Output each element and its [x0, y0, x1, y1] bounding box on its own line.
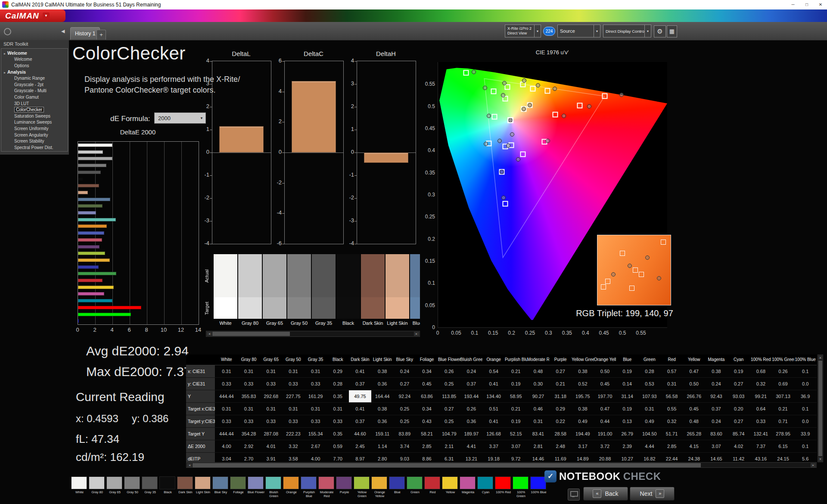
table-cell[interactable]: 3.74 — [394, 440, 416, 452]
table-cell[interactable]: 0.22 — [549, 415, 572, 427]
display-icon[interactable] — [568, 488, 580, 501]
table-cell[interactable]: 83.41 — [527, 428, 550, 440]
table-cell[interactable]: 193.44 — [460, 390, 483, 402]
table-cell[interactable]: 0.27 — [549, 365, 572, 377]
column-header-green[interactable]: Green — [638, 355, 661, 365]
table-cell[interactable]: 0.37 — [705, 403, 728, 415]
table-cell[interactable]: 83.60 — [705, 428, 728, 440]
table-cell[interactable]: 222.23 — [282, 428, 305, 440]
table-cell[interactable]: 0.33 — [326, 415, 349, 427]
table-cell[interactable]: 0.33 — [260, 378, 282, 390]
chevron-down-icon[interactable]: ▼ — [594, 25, 600, 37]
table-cell[interactable]: 56.58 — [661, 390, 683, 402]
table-cell[interactable]: 0.31 — [238, 403, 260, 415]
table-cell[interactable]: 4.01 — [260, 440, 282, 452]
table-cell[interactable]: 4.15 — [683, 440, 705, 452]
logo-menu-caret-icon[interactable]: ▼ — [43, 12, 50, 19]
patch-button-orange[interactable]: Orange — [283, 476, 300, 502]
column-header-purple[interactable]: Purple — [549, 355, 572, 365]
table-cell[interactable]: 278.95 — [772, 428, 794, 440]
table-cell[interactable]: 2.67 — [305, 440, 327, 452]
table-cell[interactable]: 2.39 — [616, 440, 638, 452]
table-cell[interactable]: 444.44 — [215, 390, 238, 402]
gear-icon[interactable]: ⚙ — [654, 25, 666, 37]
table-cell[interactable]: 44.60 — [349, 428, 371, 440]
table-cell[interactable]: 0.59 — [326, 440, 349, 452]
source-dropdown[interactable]: Source ▼ — [557, 25, 600, 37]
table-cell[interactable]: 0.19 — [505, 378, 527, 390]
column-header-magenta[interactable]: Magenta — [705, 355, 728, 365]
back-button[interactable]: « Back — [583, 487, 628, 501]
column-header-foliage[interactable]: Foliage — [416, 355, 438, 365]
patch-button-blue-sky[interactable]: Blue Sky — [212, 476, 230, 502]
expand-icon[interactable]: ▸ — [4, 71, 6, 75]
table-cell[interactable]: 292.68 — [260, 390, 282, 402]
table-cell[interactable]: 0.20 — [728, 403, 750, 415]
table-cell[interactable]: 0.50 — [594, 365, 616, 377]
table-cell[interactable]: 58.95 — [505, 390, 527, 402]
scroll-up-icon[interactable]: ▴ — [818, 355, 822, 360]
table-cell[interactable]: 36.9 — [794, 390, 817, 402]
column-header-red[interactable]: Red — [661, 355, 683, 365]
table-cell[interactable]: 0.29 — [326, 365, 349, 377]
table-cell[interactable]: 104.79 — [438, 428, 460, 440]
table-cell[interactable]: 0.47 — [683, 365, 705, 377]
table-cell[interactable]: 0.31 — [282, 403, 305, 415]
table-cell[interactable]: 104.50 — [638, 428, 661, 440]
table-cell[interactable]: 444.44 — [215, 428, 238, 440]
table-cell[interactable]: 0.24 — [460, 365, 483, 377]
table-cell[interactable]: 197.70 — [594, 390, 616, 402]
tab-history-1[interactable]: History 1 — [70, 27, 100, 40]
table-cell[interactable]: 4.02 — [728, 440, 750, 452]
table-cell[interactable]: 0.25 — [394, 415, 416, 427]
meter-dropdown[interactable]: X-Rite i1Pro 2 Direct View ▼ — [505, 25, 541, 37]
display-control-dropdown[interactable]: Direct Display Control ▼ — [603, 25, 651, 37]
table-cell[interactable]: 0.55 — [661, 403, 683, 415]
table-cell[interactable]: 3.32 — [282, 440, 305, 452]
column-header-gray-50[interactable]: Gray 50 — [282, 355, 305, 365]
de-formula-dropdown[interactable]: 2000 ▼ — [154, 112, 206, 124]
table-cell[interactable]: 0.31 — [326, 403, 349, 415]
column-header-100-blue[interactable]: 100% Blue — [794, 355, 817, 365]
table-cell[interactable]: 0.38 — [705, 365, 728, 377]
patch-button-cyan[interactable]: Cyan — [477, 476, 494, 502]
table-cell[interactable]: 0.33 — [215, 415, 238, 427]
table-cell[interactable]: 0.71 — [772, 415, 794, 427]
table-cell[interactable]: 0.31 — [661, 378, 683, 390]
table-cell[interactable]: 0.33 — [750, 415, 772, 427]
table-cell[interactable]: 0.38 — [572, 365, 594, 377]
sidebar-item-grayscale-multi[interactable]: Grayscale - Multi — [1, 88, 68, 94]
table-cell[interactable]: 159.11 — [371, 428, 394, 440]
table-cell[interactable]: 107.93 — [638, 390, 661, 402]
table-cell[interactable]: 191.00 — [594, 428, 616, 440]
table-cell[interactable]: 0.33 — [238, 378, 260, 390]
column-header-blue[interactable]: Blue — [616, 355, 638, 365]
scrollbar-thumb[interactable] — [193, 463, 701, 467]
column-header-black[interactable]: Black — [326, 355, 349, 365]
sidebar-item-spectral-power-dist[interactable]: Spectral Power Dist. — [1, 145, 68, 151]
table-cell[interactable]: 2.92 — [238, 440, 260, 452]
table-cell[interactable]: 0.43 — [416, 415, 438, 427]
table-cell[interactable]: 195.75 — [572, 390, 594, 402]
table-cell[interactable]: 0.31 — [638, 403, 661, 415]
table-cell[interactable]: 0.33 — [215, 378, 238, 390]
sidebar-item-3d-lut[interactable]: 3D LUT — [1, 101, 68, 107]
column-header-cyan[interactable]: Cyan — [728, 355, 750, 365]
patch-button-green[interactable]: Green — [406, 476, 424, 502]
table-cell[interactable]: 227.75 — [282, 390, 305, 402]
next-button[interactable]: Next » — [630, 487, 675, 501]
patch-button-dark-skin[interactable]: Dark Skin — [177, 476, 194, 502]
minimize-button[interactable]: ─ — [787, 0, 799, 9]
sidebar-section-welcome[interactable]: ▸Welcome — [1, 50, 68, 56]
table-cell[interactable]: 93.03 — [728, 390, 750, 402]
scrollbar-thumb[interactable] — [212, 332, 290, 336]
column-header-yellow[interactable]: Yellow — [683, 355, 705, 365]
table-cell[interactable]: 0.33 — [260, 415, 282, 427]
table-cell[interactable]: 0.26 — [460, 403, 483, 415]
scroll-left-icon[interactable]: ◂ — [187, 463, 192, 467]
table-vscrollbar[interactable]: ▴ ▾ — [818, 355, 823, 462]
table-cell[interactable]: 0.34 — [416, 403, 438, 415]
patch-button-blue-flower[interactable]: Blue Flower — [247, 476, 265, 502]
patch-strip-scrollbar[interactable]: ◂ ▸ — [206, 331, 420, 337]
sidebar-item-luminance-sweeps[interactable]: Luminance Sweeps — [1, 119, 68, 126]
